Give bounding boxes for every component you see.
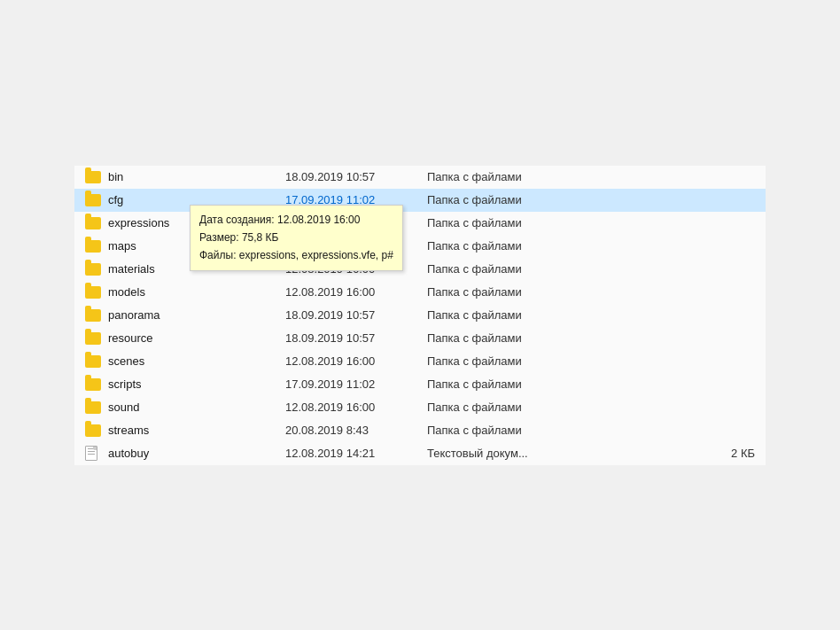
file-type: Папка с файлами: [427, 170, 755, 183]
file-row[interactable]: streams20.08.2019 8:43Папка с файлами: [74, 419, 766, 442]
file-row[interactable]: resource18.09.2019 10:57Папка с файлами: [74, 327, 766, 350]
file-date: 18.09.2019 10:57: [285, 331, 427, 345]
folder-icon: [85, 239, 103, 253]
file-row[interactable]: scenes12.08.2019 16:00Папка с файлами: [74, 350, 766, 373]
folder-icon: [85, 424, 103, 438]
file-row[interactable]: maps12.08.2019 8:11Папка с файлами: [74, 235, 766, 258]
folder-icon: [85, 377, 103, 392]
file-type: Папка с файлами: [427, 193, 755, 206]
file-name: scenes: [108, 354, 285, 368]
tooltip-line2: Размер: 75,8 КБ: [199, 229, 393, 246]
file-name: resource: [108, 331, 285, 345]
folder-icon: [85, 216, 103, 230]
file-name: models: [108, 285, 285, 299]
file-date: 12.08.2019 16:00: [285, 354, 427, 368]
folder-icon: [85, 262, 103, 276]
file-size: 2 КБ: [702, 447, 755, 460]
file-explorer: bin18.09.2019 10:57Папка с файламиcfg17.…: [74, 166, 766, 465]
file-type: Папка с файлами: [427, 424, 755, 437]
file-row[interactable]: expressions12.08.2019 16:00Папка с файла…: [74, 212, 766, 235]
file-type: Текстовый докум...: [427, 447, 702, 460]
folder-icon: [85, 285, 103, 299]
file-name: autobuy: [108, 447, 285, 460]
file-row[interactable]: cfg17.09.2019 11:02Папка с файлами: [74, 189, 766, 212]
tooltip-line1: Дата создания: 12.08.2019 16:00: [199, 211, 393, 229]
file-name: sound: [108, 401, 285, 414]
file-row[interactable]: panorama18.09.2019 10:57Папка с файлами: [74, 304, 766, 327]
file-type: Папка с файлами: [427, 401, 755, 414]
file-row[interactable]: scripts17.09.2019 11:02Папка с файлами: [74, 373, 766, 396]
folder-icon: [85, 331, 103, 346]
file-type: Папка с файлами: [427, 262, 755, 276]
folder-icon: [85, 170, 103, 184]
tooltip-line3: Файлы: expressions, expressions.vfe, p#: [199, 246, 393, 264]
file-date: 20.08.2019 8:43: [285, 424, 427, 437]
file-type: Папка с файлами: [427, 216, 755, 229]
file-row[interactable]: materials12.08.2019 16:00Папка с файлами: [74, 258, 766, 281]
file-type: Папка с файлами: [427, 331, 755, 345]
document-icon: [85, 447, 103, 461]
file-type: Папка с файлами: [427, 308, 755, 322]
folder-icon: [85, 401, 103, 415]
file-name: scripts: [108, 377, 285, 391]
file-date: 12.08.2019 14:21: [285, 447, 427, 460]
file-type: Папка с файлами: [427, 285, 755, 299]
file-name: panorama: [108, 308, 285, 322]
file-date: 12.08.2019 16:00: [285, 285, 427, 299]
file-row[interactable]: bin18.09.2019 10:57Папка с файлами: [74, 166, 766, 189]
file-date: 12.08.2019 16:00: [285, 401, 427, 414]
file-type: Папка с файлами: [427, 239, 755, 253]
file-tooltip: Дата создания: 12.08.2019 16:00Размер: 7…: [190, 205, 403, 271]
file-type: Папка с файлами: [427, 354, 755, 368]
file-date: 18.09.2019 10:57: [285, 170, 427, 183]
file-row[interactable]: sound12.08.2019 16:00Папка с файлами: [74, 396, 766, 419]
file-row[interactable]: models12.08.2019 16:00Папка с файлами: [74, 281, 766, 304]
file-row[interactable]: autobuy12.08.2019 14:21Текстовый докум..…: [74, 442, 766, 465]
file-date: 17.09.2019 11:02: [285, 377, 427, 391]
file-date: 18.09.2019 10:57: [285, 308, 427, 322]
folder-icon: [85, 354, 103, 369]
file-list: bin18.09.2019 10:57Папка с файламиcfg17.…: [74, 166, 766, 465]
file-name: bin: [108, 170, 285, 183]
file-type: Папка с файлами: [427, 377, 755, 391]
file-name: streams: [108, 424, 285, 437]
folder-icon: [85, 193, 103, 207]
folder-icon: [85, 308, 103, 323]
